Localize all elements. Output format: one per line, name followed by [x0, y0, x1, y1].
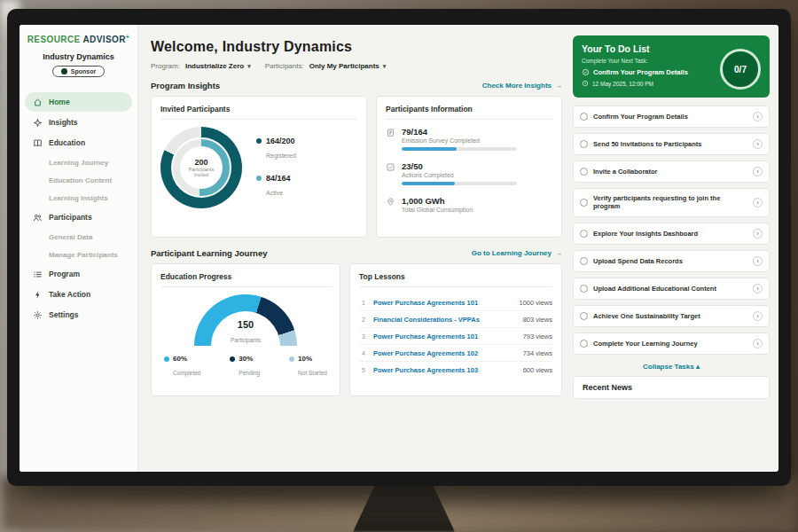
lesson-row: 3 Power Purchase Agreements 101 793 view…: [359, 328, 552, 345]
participants-select[interactable]: Only My Participants ▾: [309, 62, 387, 70]
main-content: Welcome, Industry Dynamics Program: Indu…: [138, 25, 573, 472]
checkbox-circle-icon: [580, 113, 588, 121]
gear-icon: [33, 310, 43, 320]
lesson-link[interactable]: Power Purchase Agreements 103: [373, 366, 518, 374]
monitor-bezel: RESOURCE ADVISOR+ Industry Dynamics Spon…: [7, 9, 791, 486]
checkbox-circle-icon: [580, 257, 588, 265]
lesson-link[interactable]: Power Purchase Agreements 101: [373, 299, 513, 307]
education-progress-card: Education Progress 150 Participants: [151, 263, 340, 396]
chevron-right-icon: ›: [753, 284, 763, 293]
task-row[interactable]: Achieve One Sustainability Target ›: [573, 305, 770, 327]
sidebar: RESOURCE ADVISOR+ Industry Dynamics Spon…: [20, 25, 138, 472]
sidebar-item-education[interactable]: Education: [25, 133, 132, 153]
lesson-link[interactable]: Power Purchase Agreements 102: [373, 349, 518, 357]
home-icon: [33, 98, 43, 107]
todo-due: 12 May 2025, 12:00 PM: [582, 80, 688, 87]
sidebar-item-participants[interactable]: Participants: [25, 207, 132, 227]
todo-next-task: Confirm Your Program Details: [582, 68, 688, 76]
donut-ring-inner: 200 Participants Invited: [171, 137, 231, 198]
invited-legend-dot: [256, 176, 262, 181]
collapse-tasks-link[interactable]: Collapse Tasks ▴: [573, 360, 770, 376]
sponsor-badge: Sponsor: [52, 66, 105, 77]
todo-progress-ring: 0/7: [720, 49, 761, 90]
chevron-right-icon: ›: [753, 311, 763, 321]
card-title: Education Progress: [160, 272, 331, 287]
legend-registered: 164/200 Registered: [256, 137, 296, 161]
task-row[interactable]: Explore Your Insights Dashboard ›: [573, 223, 770, 245]
list-icon: [33, 270, 43, 279]
sidebar-item-home[interactable]: Home: [25, 92, 132, 112]
chevron-right-icon: ›: [753, 198, 763, 207]
legend-completed: 60%Completed: [164, 355, 200, 379]
lesson-link[interactable]: Financial Considerations - VPPAs: [373, 316, 518, 324]
task-row[interactable]: Upload Spend Data Records ›: [573, 250, 770, 272]
task-row[interactable]: Invite a Collaborator ›: [573, 160, 770, 183]
checkbox-circle-icon: [580, 285, 588, 293]
donut-center: 200 Participants Invited: [180, 146, 223, 189]
task-list: Confirm Your Program Details › Send 50 I…: [573, 106, 770, 376]
checklist-icon: [386, 162, 395, 185]
stat-row: 1,000 GWh Total Global Consumption: [386, 196, 552, 213]
todo-card: Your To Do List Complete Your Next Task:…: [573, 35, 770, 98]
lesson-row: 2 Financial Considerations - VPPAs 803 v…: [359, 311, 552, 328]
lesson-link[interactable]: Power Purchase Agreements 101: [373, 332, 518, 340]
lightning-icon: [33, 290, 43, 300]
go-to-learning-journey-link[interactable]: Go to Learning Journey →: [472, 249, 562, 257]
people-icon: [33, 213, 43, 223]
donut-ring-outer: 200 Participants Invited: [160, 127, 242, 208]
sidebar-item-general-data[interactable]: General Data: [20, 228, 137, 246]
todo-title: Your To Do List: [582, 43, 688, 54]
section-title-learning-journey: Participant Learning Journey: [151, 248, 267, 258]
right-panel: Your To Do List Complete Your Next Task:…: [573, 25, 778, 472]
book-icon: [33, 138, 43, 148]
program-filter-label: Program:: [151, 62, 180, 70]
progress-track: [402, 182, 517, 185]
brand-part2: ADVISOR: [82, 35, 125, 44]
participants-filter-label: Participants:: [265, 62, 304, 70]
invited-legend: 164/200 Registered 84/164 Active: [256, 137, 296, 199]
check-more-insights-link[interactable]: Check More Insights →: [482, 82, 562, 90]
sidebar-item-manage-participants[interactable]: Manage Participants: [20, 246, 137, 263]
check-circle-icon: [582, 68, 590, 76]
clipboard-icon: [386, 128, 395, 151]
stat-progress-fill: [402, 147, 457, 151]
brand-part1: RESOURCE: [27, 35, 81, 44]
checkbox-circle-icon: [580, 340, 588, 348]
org-block: Industry Dynamics Sponsor: [20, 44, 137, 87]
task-row[interactable]: Send 50 Invitations to Participants ›: [573, 133, 770, 155]
task-row[interactable]: Confirm Your Program Details ›: [573, 106, 770, 128]
task-row[interactable]: Complete Your Learning Journey ›: [573, 332, 770, 355]
education-gauge: 150 Participants: [194, 294, 297, 346]
gauge-center: 150 Participants: [194, 319, 297, 346]
stat-row: 23/50 Actions Completed: [386, 161, 552, 185]
sidebar-item-settings[interactable]: Settings: [25, 305, 132, 325]
background: RESOURCE ADVISOR+ Industry Dynamics Spon…: [0, 0, 798, 532]
checkbox-circle-icon: [580, 140, 588, 148]
sidebar-item-education-content[interactable]: Education Content: [20, 171, 137, 189]
gauge-legend: 60%Completed 30%Pending 10%Not Started: [160, 349, 331, 379]
sidebar-item-learning-insights[interactable]: Learning Insights: [20, 189, 137, 207]
lesson-row: 5 Power Purchase Agreements 103 600 view…: [359, 362, 552, 378]
sidebar-item-program[interactable]: Program: [25, 264, 132, 284]
chevron-right-icon: ›: [753, 256, 763, 266]
task-row[interactable]: Verify participants requesting to join t…: [573, 188, 770, 217]
participants-information-card: Participants Information 79/164 Emission…: [376, 96, 562, 238]
sidebar-item-learning-journey[interactable]: Learning Journey: [20, 153, 137, 171]
program-select[interactable]: Industrialize Zero ▾: [185, 62, 251, 70]
gauge-legend-dot: [289, 356, 294, 362]
card-title: Invited Participants: [160, 105, 357, 120]
page-title: Welcome, Industry Dynamics: [151, 39, 562, 55]
sidebar-item-take-action[interactable]: Take Action: [25, 285, 132, 304]
lesson-row: 4 Power Purchase Agreements 102 734 view…: [359, 345, 552, 362]
sidebar-item-insights[interactable]: Insights: [25, 113, 132, 132]
chevron-right-icon: ›: [753, 229, 763, 239]
invited-legend-dot: [256, 138, 262, 144]
clock-icon: [582, 80, 589, 87]
recent-news-header: Recent News: [573, 376, 770, 399]
gauge-legend-dot: [230, 356, 235, 362]
chevron-right-icon: ›: [753, 339, 763, 348]
sponsor-badge-label: Sponsor: [71, 68, 96, 74]
checkbox-circle-icon: [580, 312, 588, 320]
task-row[interactable]: Upload Additional Educational Content ›: [573, 278, 770, 300]
legend-active: 84/164 Active: [256, 174, 296, 199]
